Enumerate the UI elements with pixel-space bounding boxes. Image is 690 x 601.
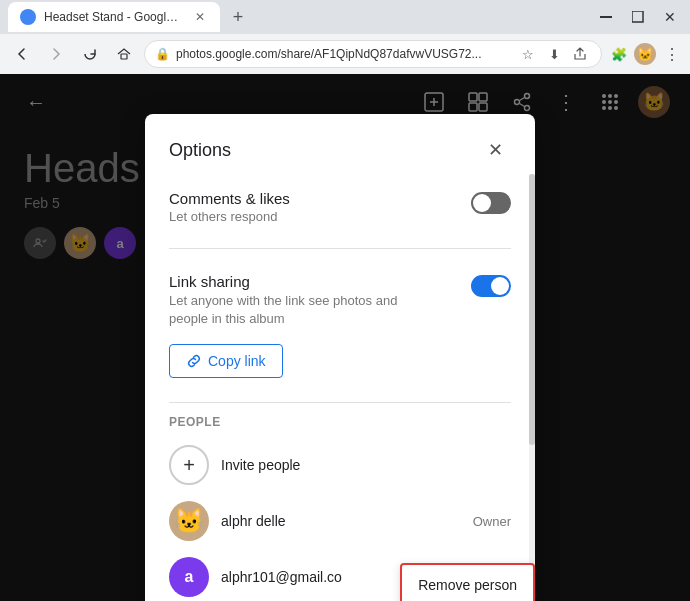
scroll-track xyxy=(529,174,535,601)
menu-icon[interactable]: ⋮ xyxy=(660,43,682,65)
svg-point-0 xyxy=(23,12,33,22)
person-avatar-purple: a xyxy=(169,557,209,597)
new-tab-button[interactable]: + xyxy=(224,3,252,31)
lock-icon: 🔒 xyxy=(155,47,170,61)
browser-chrome: Headset Stand - Google Photos ✕ + ✕ xyxy=(0,0,690,74)
remove-person-tooltip[interactable]: Remove person xyxy=(400,563,535,601)
comments-likes-row: Comments & likes Let others respond xyxy=(169,178,511,236)
back-nav-button[interactable] xyxy=(8,40,36,68)
person-name-alphr-delle: alphr delle xyxy=(221,513,461,529)
copy-link-button[interactable]: Copy link xyxy=(169,344,283,378)
person-item-alphr101: a alphr101@gmail.co Remove person xyxy=(169,549,511,601)
invite-people-label: Invite people xyxy=(221,457,511,473)
modal-scrollable[interactable]: Comments & likes Let others respond Link… xyxy=(145,178,535,601)
comments-likes-text: Comments & likes Let others respond xyxy=(169,190,290,224)
people-section-label: PEOPLE xyxy=(169,415,511,429)
link-sharing-text: Link sharing Let anyone with the link se… xyxy=(169,273,439,328)
address-bar[interactable]: 🔒 photos.google.com/share/AF1QipNdQ87daf… xyxy=(144,40,602,68)
window-controls: ✕ xyxy=(594,5,682,29)
comments-likes-desc: Let others respond xyxy=(169,209,290,224)
maximize-button[interactable] xyxy=(626,5,650,29)
url-text: photos.google.com/share/AF1QipNdQ87dafvw… xyxy=(176,47,482,61)
address-bar-icons: ☆ ⬇ xyxy=(517,43,591,65)
comments-likes-label: Comments & likes xyxy=(169,190,290,207)
minimize-button[interactable] xyxy=(594,5,618,29)
remove-person-label: Remove person xyxy=(418,577,517,593)
refresh-button[interactable] xyxy=(76,40,104,68)
page-background: ← ⋮ 🐱 Heads Feb 5 xyxy=(0,74,690,601)
person-item-alphr-delle: 🐱 alphr delle Owner xyxy=(169,493,511,549)
home-button[interactable] xyxy=(110,40,138,68)
options-modal: Options ✕ Comments & likes Let others re… xyxy=(145,114,535,601)
link-sharing-label: Link sharing xyxy=(169,273,439,290)
download-page-icon[interactable]: ⬇ xyxy=(543,43,565,65)
svg-rect-1 xyxy=(600,16,612,18)
share-page-icon[interactable] xyxy=(569,43,591,65)
toolbar-right: 🧩 🐱 ⋮ xyxy=(608,43,682,65)
divider-1 xyxy=(169,248,511,249)
close-window-button[interactable]: ✕ xyxy=(658,5,682,29)
person-avatar-cat: 🐱 xyxy=(169,501,209,541)
tab-title: Headset Stand - Google Photos xyxy=(44,10,184,24)
copy-link-label: Copy link xyxy=(208,353,266,369)
divider-2 xyxy=(169,402,511,403)
extensions-icon[interactable]: 🧩 xyxy=(608,43,630,65)
person-role-owner: Owner xyxy=(473,514,511,529)
modal-header: Options ✕ xyxy=(145,114,535,178)
toggle-thumb-on xyxy=(491,277,509,295)
browser-tab[interactable]: Headset Stand - Google Photos ✕ xyxy=(8,2,220,32)
svg-rect-3 xyxy=(121,54,127,59)
scroll-thumb[interactable] xyxy=(529,174,535,445)
comments-likes-toggle[interactable] xyxy=(471,192,511,214)
address-bar-row: 🔒 photos.google.com/share/AF1QipNdQ87daf… xyxy=(0,34,690,74)
svg-rect-2 xyxy=(632,11,643,22)
tab-favicon xyxy=(20,9,36,25)
link-sharing-desc: Let anyone with the link see photos and … xyxy=(169,292,439,328)
modal-title: Options xyxy=(169,140,231,161)
modal-close-button[interactable]: ✕ xyxy=(479,134,511,166)
link-icon xyxy=(186,353,202,369)
tab-close-button[interactable]: ✕ xyxy=(192,9,208,25)
link-sharing-toggle[interactable] xyxy=(471,275,511,297)
title-bar: Headset Stand - Google Photos ✕ + ✕ xyxy=(0,0,690,34)
forward-nav-button[interactable] xyxy=(42,40,70,68)
link-sharing-row: Link sharing Let anyone with the link se… xyxy=(169,261,511,340)
invite-people-item[interactable]: + Invite people xyxy=(169,437,511,493)
invite-people-avatar[interactable]: + xyxy=(169,445,209,485)
toggle-thumb-off xyxy=(473,194,491,212)
profile-icon[interactable]: 🐱 xyxy=(634,43,656,65)
bookmark-icon[interactable]: ☆ xyxy=(517,43,539,65)
